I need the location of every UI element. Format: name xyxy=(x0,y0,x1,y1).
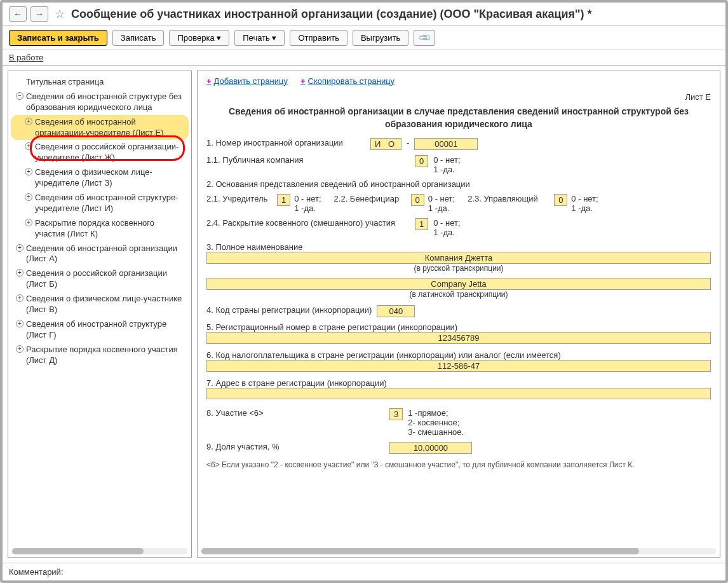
indirect-input[interactable]: 1 xyxy=(415,218,428,230)
public-company-input[interactable]: 0 xyxy=(415,155,428,167)
tree-item[interactable]: +Сведения о физическом лице-участнике (Л… xyxy=(11,292,189,317)
tree-item[interactable]: −Сведения об иностранной структуре без о… xyxy=(11,90,189,115)
address-input[interactable] xyxy=(206,388,711,399)
share-input[interactable]: 10,00000 xyxy=(389,442,472,454)
label: 8. Участие <6> xyxy=(206,408,384,418)
nav-forward-button[interactable]: → xyxy=(30,6,48,22)
hint: 0 - нет; 1 -да. xyxy=(433,155,460,174)
label: 2. Основания представления сведений об и… xyxy=(206,179,470,189)
sheet-label: Лист Е xyxy=(206,92,711,102)
name-ru-input[interactable]: Компания Джетта xyxy=(206,252,711,264)
tree-item-label: Сведения о физическом лице-учредителе (Л… xyxy=(35,167,152,188)
label: 2.2. Бенефициар xyxy=(334,194,407,203)
label: 4. Код страны регистрации (инкорпорации) xyxy=(206,305,372,315)
add-page-link[interactable]: +Добавить страницу xyxy=(206,76,288,86)
expand-icon[interactable]: + xyxy=(16,320,24,327)
tree-item[interactable]: +Сведения об иностранной организации (Ли… xyxy=(11,242,189,267)
row-address: 7. Адрес в стране регистрации (инкорпора… xyxy=(206,378,711,399)
row-indirect: 2.4. Раскрытие косвенного (смешанного) у… xyxy=(206,218,711,237)
label: 2.3. Управляющий xyxy=(468,194,550,203)
expand-icon[interactable]: + xyxy=(25,219,32,226)
participation-input[interactable]: 3 xyxy=(389,408,403,420)
tree-item-label: Сведения об иностранной структуре-учреди… xyxy=(35,193,178,213)
plus-icon: + xyxy=(206,76,212,86)
page-actions: +Добавить страницу +Скопировать страницу xyxy=(206,76,711,86)
expand-icon[interactable]: + xyxy=(25,142,32,150)
name-lat-input[interactable]: Company Jetta xyxy=(206,278,711,290)
tree-item[interactable]: +Сведения о российской организации-учред… xyxy=(11,140,189,165)
dropdown-icon: ▾ xyxy=(272,33,276,43)
row-basis-flags: 2.1. Учредитель 1 0 - нет; 1 -да. 2.2. Б… xyxy=(206,194,711,213)
expand-icon[interactable]: + xyxy=(25,168,32,175)
titlebar: ← → ☆ Сообщение об участниках иностранно… xyxy=(3,3,725,26)
tree-item[interactable]: Титульная страница xyxy=(11,75,189,90)
beneficiary-input[interactable]: 0 xyxy=(411,194,424,206)
tree-item-label: Сведения о российской организации-учреди… xyxy=(35,142,179,162)
label: 2.1. Учредитель xyxy=(206,194,273,203)
label: 5. Регистрационный номер в стране регист… xyxy=(206,322,711,332)
row-tax-code: 6. Код налогоплательщика в стране регист… xyxy=(206,350,711,372)
tree-item[interactable]: +Раскрытие порядка косвенного участия (Л… xyxy=(11,343,189,368)
export-button[interactable]: Выгрузить xyxy=(353,30,408,46)
tree-item-label: Сведения об иностранной структуре без об… xyxy=(26,92,182,112)
collapse-icon[interactable]: − xyxy=(16,92,24,100)
expand-icon[interactable]: + xyxy=(25,118,32,125)
navigation-tree: Титульная страница−Сведения об иностранн… xyxy=(8,71,192,558)
expand-icon[interactable]: + xyxy=(16,294,24,302)
content-scrollbar[interactable] xyxy=(201,548,716,554)
founder-input[interactable]: 1 xyxy=(277,194,290,206)
org-number-input[interactable]: 00001 xyxy=(414,138,478,150)
hint: 1 -прямое; 2- косвенное; 3- смешанное. xyxy=(408,408,464,437)
sidebar-scrollbar[interactable] xyxy=(12,548,187,554)
tree-item[interactable]: +Сведения об иностранной структуре-учред… xyxy=(11,191,189,216)
save-and-close-button[interactable]: Записать и закрыть xyxy=(9,30,107,46)
row-public-company: 1.1. Публичная компания 0 0 - нет; 1 -да… xyxy=(206,155,711,174)
expand-icon[interactable]: + xyxy=(16,345,24,353)
attach-button[interactable]: 📎 xyxy=(414,30,435,46)
tree-item[interactable]: +Сведения о российской организации (Лист… xyxy=(11,266,189,292)
country-code-input[interactable]: 040 xyxy=(377,305,415,317)
expand-icon[interactable]: + xyxy=(25,193,32,201)
tree-item-label: Сведения о российской организации (Лист … xyxy=(26,268,167,289)
tree-item[interactable]: +Сведения об иностранной организации-учр… xyxy=(11,115,189,141)
label: 7. Адрес в стране регистрации (инкорпора… xyxy=(206,378,711,388)
tree-item-label: Сведения об иностранной организации-учре… xyxy=(35,117,164,137)
row-reg-number: 5. Регистрационный номер в стране регист… xyxy=(206,322,711,344)
plus-icon: + xyxy=(300,76,306,86)
tree-item-label: Раскрытие порядка косвенного участия (Ли… xyxy=(26,345,178,365)
reg-number-input[interactable]: 123456789 xyxy=(206,332,711,344)
footnote: <6> Если указано "2 - косвенное участие"… xyxy=(206,460,711,469)
manager-input[interactable]: 0 xyxy=(554,194,567,206)
save-button[interactable]: Записать xyxy=(112,30,165,46)
tree-item-label: Титульная страница xyxy=(26,77,104,86)
org-number-prefix[interactable]: И О xyxy=(370,138,401,150)
row-full-name: 3. Полное наименование Компания Джетта (… xyxy=(206,242,711,299)
hint: 0 - нет; 1 -да. xyxy=(433,218,460,237)
hint: 0 - нет; 1 -да. xyxy=(428,194,455,213)
send-button[interactable]: Отправить xyxy=(290,30,347,46)
label: 1. Номер иностранной организации xyxy=(206,138,365,147)
status-link[interactable]: В работе xyxy=(9,53,43,62)
row-country-code: 4. Код страны регистрации (инкорпорации)… xyxy=(206,305,711,317)
dropdown-icon: ▾ xyxy=(217,33,221,43)
expand-icon[interactable]: + xyxy=(16,244,24,252)
main-area: Титульная страница−Сведения об иностранн… xyxy=(3,65,725,563)
tree-item[interactable]: +Сведения о физическом лице-учредителе (… xyxy=(11,165,189,191)
label: 1.1. Публичная компания xyxy=(206,155,410,165)
favorite-star-icon[interactable]: ☆ xyxy=(55,7,65,21)
nav-back-button[interactable]: ← xyxy=(9,6,27,22)
tree-item-label: Сведения об иностранной структуре (Лист … xyxy=(26,319,166,340)
tree-item[interactable]: +Сведения об иностранной структуре (Лист… xyxy=(11,317,189,343)
tree-item-label: Раскрытие порядка косвенного участия (Ли… xyxy=(35,218,154,238)
hint: (в латинской транскрипции) xyxy=(206,290,711,299)
print-button[interactable]: Печать ▾ xyxy=(234,30,285,46)
label: 3. Полное наименование xyxy=(206,242,711,252)
status-bar: В работе xyxy=(3,50,725,65)
check-button[interactable]: Проверка ▾ xyxy=(169,30,229,46)
tree-item[interactable]: +Раскрытие порядка косвенного участия (Л… xyxy=(11,216,189,242)
label: 2.4. Раскрытие косвенного (смешанного) у… xyxy=(206,218,410,228)
form-section-title: Сведения об иностранной организации в сл… xyxy=(206,106,711,130)
tax-code-input[interactable]: 112-586-47 xyxy=(206,360,711,372)
expand-icon[interactable]: + xyxy=(16,269,24,277)
copy-page-link[interactable]: +Скопировать страницу xyxy=(300,76,394,86)
